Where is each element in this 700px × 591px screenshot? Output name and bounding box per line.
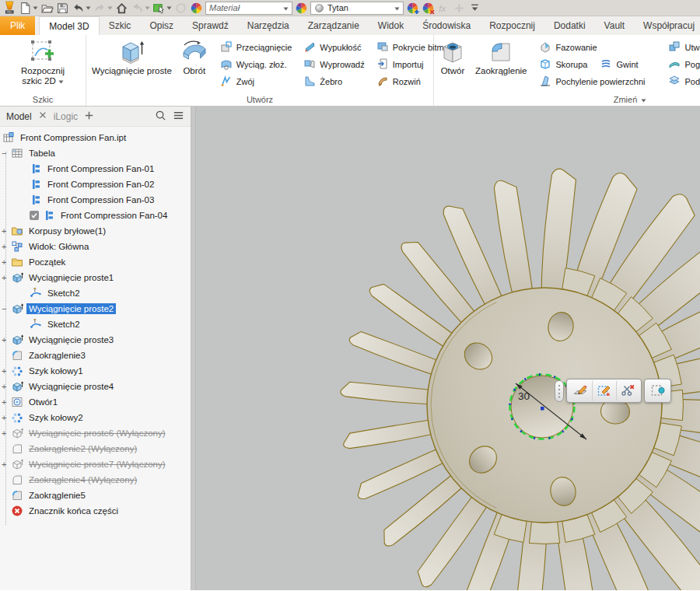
tree-expander[interactable]: +: [2, 242, 11, 251]
chevron-down-icon[interactable]: [283, 3, 289, 12]
ribbon-button-gwint[interactable]: Gwint: [598, 56, 639, 73]
ribbon-button-ebro[interactable]: Żebro: [302, 73, 344, 90]
ribbon-button-podziel[interactable]: Podziel: [667, 73, 700, 90]
edit-sketch-button[interactable]: [568, 380, 592, 401]
browser-tab-model[interactable]: Model: [6, 111, 32, 122]
ribbon-button-zw-j[interactable]: Zwój: [219, 73, 256, 90]
ribbon-button-importuj[interactable]: Importuj: [375, 56, 425, 73]
tree-item-front-compression-fan-04[interactable]: Front Compression Fan-04: [0, 208, 191, 223]
tab-model-3d[interactable]: Model 3D: [39, 16, 99, 35]
tab-sprawd[interactable]: Sprawdź: [183, 16, 238, 35]
tree-expander[interactable]: +: [2, 257, 11, 267]
appearance-wheel-icon[interactable]: [295, 1, 308, 15]
tree-item-otw-r1[interactable]: +Otwór1: [0, 394, 191, 410]
tab-zarz-dzanie[interactable]: Zarządzanie: [299, 16, 369, 35]
qat-customize-icon[interactable]: [468, 1, 481, 15]
browser-tab-ilogic[interactable]: iLogic: [54, 111, 78, 122]
ribbon-button-przeci-gni-cie[interactable]: Przeciągnięcie: [219, 39, 294, 56]
adjust-appearance-icon[interactable]: [406, 1, 419, 15]
tree-expander[interactable]: +: [2, 226, 11, 236]
tree-expander[interactable]: −: [2, 149, 11, 158]
tree-item-pocz-tek[interactable]: +Początek: [0, 254, 191, 270]
viewport-canvas[interactable]: 30: [196, 107, 700, 590]
edit-dimension-button[interactable]: [592, 380, 616, 401]
tree-item-front-compression-fan-ipt[interactable]: Front Compression Fan.ipt: [0, 130, 191, 145]
ribbon-button-fazowanie[interactable]: Fazowanie: [537, 39, 598, 56]
tab-wsp-pracuj[interactable]: Współpracuj: [634, 16, 700, 35]
new-document-icon[interactable]: [19, 1, 38, 15]
tree-item-sketch2[interactable]: Sketch2: [0, 316, 191, 332]
tree-expander[interactable]: +: [2, 366, 11, 376]
select-other-button[interactable]: [646, 380, 670, 401]
panel-splitter[interactable]: [191, 107, 196, 590]
ribbon-button-pochylenie-powierzchni[interactable]: Pochylenie powierzchni: [537, 73, 646, 90]
chevron-down-icon[interactable]: [394, 3, 400, 12]
tree-item-szyk-ko-owy1[interactable]: +Szyk kołowy1: [0, 363, 191, 379]
ribbon-button-rozwi[interactable]: Rozwiń: [375, 73, 422, 90]
home-icon[interactable]: [115, 1, 128, 15]
tree-item-widok-g-wna[interactable]: +Widok: Główna: [0, 239, 191, 254]
tree-item-korpusy-bry-owe-1[interactable]: +Korpusy bryłowe(1): [0, 223, 191, 239]
ribbon-button-wyprowad[interactable]: Wyprowadź: [302, 56, 366, 73]
tree-item-front-compression-fan-03[interactable]: Front Compression Fan-03: [0, 192, 191, 208]
tree-item-wyci-gni-cie-proste7-wy-czony[interactable]: +Wyciągnięcie proste7 (Wyłączony): [0, 456, 191, 472]
clear-appearance-icon[interactable]: [422, 1, 435, 15]
tree-expander[interactable]: +: [2, 335, 11, 344]
browser-menu-icon[interactable]: [173, 110, 184, 124]
tab-dodatki[interactable]: Dodatki: [544, 16, 595, 35]
tree-item-zaokr-glenie2-wy-czony[interactable]: Zaokrąglenie2 (Wyłączony): [0, 441, 191, 456]
tab-opisz[interactable]: Opisz: [140, 16, 183, 35]
undo-icon[interactable]: [72, 1, 91, 15]
appearance-wheel-icon[interactable]: [190, 1, 203, 15]
tree-item-zaokr-glenie4-wy-czony[interactable]: Zaokrąglenie4 (Wyłączony): [0, 472, 191, 488]
select-icon[interactable]: [152, 1, 172, 15]
ribbon-button-obr-t[interactable]: Obrót: [177, 36, 212, 76]
inventor-logo[interactable]: PRO: [2, 1, 16, 15]
tab-plik[interactable]: Plik: [0, 16, 35, 35]
save-icon[interactable]: [56, 1, 69, 15]
ribbon-button-wypuk-o[interactable]: Wypukłość: [302, 39, 362, 56]
add-tab-icon[interactable]: [84, 110, 94, 123]
ribbon-button-zaokr-glenie[interactable]: Zaokrąglenie: [471, 36, 530, 76]
tree-expander[interactable]: +: [2, 382, 11, 391]
ribbon-button-wyci-gni-cie-proste[interactable]: Wyciągnięcie proste: [88, 36, 176, 76]
tree-expander[interactable]: +: [2, 397, 11, 407]
tree-expander[interactable]: +: [2, 413, 11, 422]
tab-rozpocznij[interactable]: Rozpocznij: [480, 16, 544, 35]
close-icon[interactable]: [38, 110, 47, 122]
open-icon[interactable]: [40, 1, 54, 15]
tree-item-front-compression-fan-02[interactable]: Front Compression Fan-02: [0, 177, 191, 192]
ribbon-button-pogrubie[interactable]: Pogrubie: [667, 56, 700, 73]
tab-rodowiska[interactable]: Środowiska: [413, 16, 480, 35]
tree-item-zaokr-glenie3[interactable]: Zaokrąglenie3: [0, 348, 191, 363]
ribbon-button-skorupa[interactable]: Skorupa: [537, 56, 589, 73]
tab-vault[interactable]: Vault: [595, 16, 634, 35]
member-checkbox[interactable]: [30, 211, 39, 220]
tree-item-wyci-gni-cie-proste6-wy-czony[interactable]: +Wyciągnięcie proste6 (Wyłączony): [0, 425, 191, 441]
ribbon-button-utw-rz-k[interactable]: Utwórz k: [667, 39, 700, 56]
tree-item-zaokr-glenie5[interactable]: Zaokrąglenie5: [0, 488, 191, 503]
ribbon-button-wyci-g-z-o[interactable]: Wyciąg. złoż.: [219, 56, 289, 73]
tree-item-tabela[interactable]: −Tabela: [0, 145, 191, 161]
tree-expander[interactable]: +: [2, 428, 11, 438]
tree-item-wyci-gni-cie-proste2[interactable]: −Wyciągnięcie proste2: [0, 301, 191, 316]
panel-label-zmie[interactable]: Zmień: [436, 93, 700, 106]
tree-item-znacznik-ko-ca-cz-ci[interactable]: Znacznik końca części: [0, 503, 191, 519]
tree-item-wyci-gni-cie-proste4[interactable]: +Wyciągnięcie proste4: [0, 379, 191, 394]
tree-expander[interactable]: +: [2, 273, 11, 282]
tab-widok[interactable]: Widok: [369, 16, 413, 35]
tree-expander[interactable]: +: [2, 460, 11, 469]
tab-narz-dzia[interactable]: Narzędzia: [238, 16, 299, 35]
tree-item-front-compression-fan-01[interactable]: Front Compression Fan-01: [0, 161, 191, 177]
material-combo[interactable]: Materiał: [205, 2, 292, 15]
appearance-combo[interactable]: Tytan: [310, 2, 404, 15]
tree-item-szyk-ko-owy2[interactable]: +Szyk kołowy2: [0, 410, 191, 425]
tree-item-sketch2[interactable]: Sketch2: [0, 285, 191, 301]
mini-toolbar-grip[interactable]: [555, 380, 564, 402]
break-link-button[interactable]: [616, 380, 640, 401]
search-icon[interactable]: [155, 110, 166, 124]
tab-szkic[interactable]: Szkic: [100, 16, 141, 35]
tree-item-wyci-gni-cie-proste1[interactable]: +Wyciągnięcie proste1: [0, 270, 191, 285]
tree-expander[interactable]: −: [2, 304, 11, 313]
tree-item-wyci-gni-cie-proste3[interactable]: +Wyciągnięcie proste3: [0, 332, 191, 348]
